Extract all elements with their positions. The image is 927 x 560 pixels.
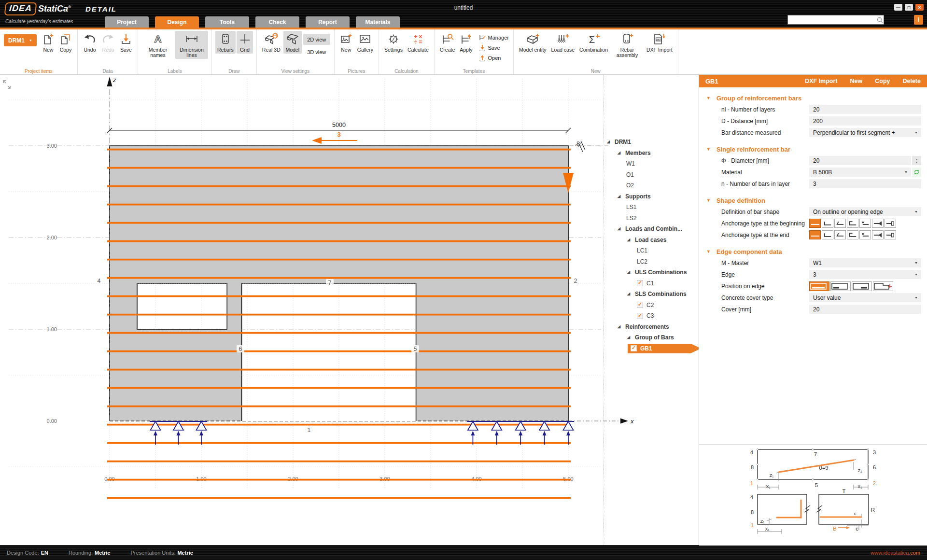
refresh-material-button[interactable] (912, 168, 921, 177)
ribbon-button-rebars[interactable]: Rebars (215, 31, 236, 54)
opening-o1[interactable] (137, 283, 227, 329)
anchorage-option-7[interactable] (885, 219, 896, 228)
tree-item-gb1[interactable]: GB1 (606, 343, 702, 354)
anchorage-option-6[interactable] (872, 230, 884, 239)
ribbon-button-save[interactable]: Save (118, 31, 134, 54)
anchorage-option-5[interactable] (859, 219, 871, 228)
anchorage-option-2[interactable] (822, 230, 833, 239)
minimize-button[interactable]: — (894, 4, 902, 11)
maximize-button[interactable]: □ (905, 4, 913, 11)
section-header-single-reinforcement-bar[interactable]: ▼Single reinforcement bar (699, 143, 927, 155)
ribbon-button-settings[interactable]: Settings (382, 31, 405, 54)
close-button[interactable]: × (915, 4, 924, 11)
ribbon-button-manager[interactable]: Manager (477, 32, 510, 42)
website-link[interactable]: www.ideastatica.com (871, 550, 920, 556)
anchorage-option-3[interactable] (834, 219, 846, 228)
section-header-group-of-reinforcement-bars[interactable]: ▼Group of reinforcement bars (699, 92, 927, 104)
tree-item-loads-and-combin[interactable]: ◢Loads and Combin... (606, 224, 702, 235)
expander-icon[interactable]: ◢ (627, 292, 630, 296)
anchorage-option-6[interactable] (872, 219, 884, 228)
expander-icon[interactable]: ◢ (627, 238, 630, 242)
ribbon-button-3d-view[interactable]: 3D view (303, 46, 330, 57)
tree-item-load-cases[interactable]: ◢Load cases (606, 235, 702, 246)
tab-project[interactable]: Project (105, 16, 149, 28)
ribbon-button-grid[interactable]: Grid (237, 31, 253, 54)
expander-icon[interactable]: ◢ (607, 140, 610, 144)
input-nl-number-of-layers[interactable]: 20 (809, 105, 921, 114)
ribbon-button-calculate[interactable]: +×÷=Calculate (406, 31, 431, 54)
checkbox-checked-icon[interactable] (637, 302, 643, 308)
ribbon-button-combination[interactable]: ΣCombination (577, 31, 610, 54)
ribbon-button-2d-view[interactable]: 2D view (303, 34, 330, 45)
dropdown-material[interactable]: B 500B▼ (809, 168, 911, 177)
ribbon-button-member-names[interactable]: AMember names (141, 31, 174, 59)
anchorage-option-7[interactable] (885, 230, 896, 239)
input-diameter-mm[interactable]: 20 (809, 156, 911, 165)
ribbon-button-redo[interactable]: Redo (99, 31, 117, 54)
dropdown-bar-distance-measured[interactable]: Perpendicular to first segment +▼ (809, 128, 921, 137)
expander-icon[interactable]: ◢ (618, 324, 620, 329)
input-n-number-of-bars-in-layer[interactable]: 3 (809, 179, 921, 188)
tab-tools[interactable]: Tools (205, 16, 249, 28)
expander-icon[interactable]: ◢ (627, 335, 630, 339)
dropdown-concrete-cover-type[interactable]: User value▼ (809, 293, 921, 302)
tree-item-ls1[interactable]: LS1 (606, 202, 702, 213)
input-cover-mm[interactable]: 20 (809, 305, 921, 314)
input-d-distance-mm[interactable]: 200 (809, 116, 921, 126)
delete-button[interactable]: Delete (902, 78, 921, 84)
section-header-edge-component-data[interactable]: ▼Edge component data (699, 246, 927, 257)
anchorage-option-4[interactable] (847, 219, 858, 228)
info-button[interactable]: i (914, 15, 923, 25)
anchorage-option-5[interactable] (859, 230, 871, 239)
tree-item-drm1[interactable]: ◢DRM1 (606, 137, 702, 148)
checkbox-checked-icon[interactable] (631, 345, 637, 351)
anchorage-option-1[interactable] (809, 230, 821, 239)
expander-icon[interactable]: ◢ (618, 226, 620, 231)
expander-icon[interactable]: ◢ (618, 151, 620, 155)
dropdown-m-master[interactable]: W1▼ (809, 258, 921, 267)
position-option-2[interactable] (830, 281, 851, 291)
position-option-4[interactable] (873, 281, 893, 291)
selected-item-banner[interactable]: GB1 (628, 344, 701, 353)
project-item-select[interactable]: DRM1▼ (4, 34, 37, 46)
tree-item-c1[interactable]: C1 (606, 278, 702, 289)
tree-item-members[interactable]: ◢Members (606, 148, 702, 159)
tree-item-o2[interactable]: O2 (606, 180, 702, 191)
tree-item-lc2[interactable]: LC2 (606, 256, 702, 267)
ribbon-button-rebar-assembly[interactable]: Rebar assembly (611, 31, 644, 59)
tree-item-lc1[interactable]: LC1 (606, 245, 702, 256)
dxf-import-button[interactable]: DXF Import (805, 78, 837, 84)
ribbon-button-apply[interactable]: Apply (458, 31, 474, 54)
tab-materials[interactable]: Materials (356, 16, 400, 28)
ribbon-button-gallery[interactable]: Gallery (355, 31, 375, 54)
drawing-canvas[interactable]: 0.001.002.003.004.005.00zx50003303.002.0… (0, 75, 699, 545)
tab-check[interactable]: Check (255, 16, 299, 28)
search-input[interactable] (788, 16, 876, 24)
ribbon-button-save[interactable]: Save (477, 42, 510, 53)
ribbon-button-create[interactable]: Create (438, 31, 457, 54)
ribbon-button-undo[interactable]: Undo (81, 31, 98, 54)
new-button[interactable]: New (850, 78, 863, 84)
expander-icon[interactable]: ◢ (618, 194, 620, 198)
ribbon-button-real-3d[interactable]: Real 3D (260, 31, 282, 54)
checkbox-checked-icon[interactable] (637, 313, 643, 319)
ribbon-button-copy[interactable]: Copy (57, 31, 74, 54)
ribbon-button-model-entity[interactable]: Model entity (517, 31, 548, 54)
ribbon-button-open[interactable]: Open (477, 53, 510, 63)
tree-item-w1[interactable]: W1 (606, 158, 702, 169)
ribbon-button-dxf-import[interactable]: DXFDXF Import (645, 31, 674, 54)
dropdown-definition-of-bar-shape[interactable]: On outline or opening edge▼ (809, 207, 921, 216)
anchorage-option-3[interactable] (834, 230, 846, 239)
expander-icon[interactable]: ◢ (627, 270, 630, 274)
tab-design[interactable]: Design (155, 16, 199, 28)
tree-item-c2[interactable]: C2 (606, 300, 702, 311)
tree-item-ls2[interactable]: LS2 (606, 213, 702, 224)
dropdown-edge[interactable]: 3▼ (809, 270, 921, 279)
anchorage-option-2[interactable] (822, 219, 833, 228)
ribbon-button-new[interactable]: New (40, 31, 56, 54)
spinner-control[interactable]: ▲▼ (912, 156, 921, 165)
fit-view-icon[interactable] (3, 81, 10, 88)
copy-button[interactable]: Copy (875, 78, 890, 84)
ribbon-button-new[interactable]: New (338, 31, 354, 54)
position-option-3[interactable] (852, 281, 872, 291)
